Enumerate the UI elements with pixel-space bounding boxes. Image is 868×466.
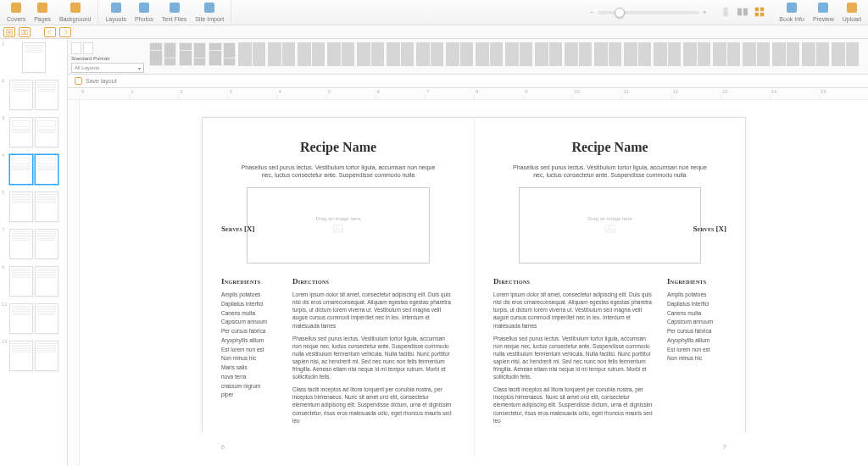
add-page-button[interactable] [3,27,15,37]
thumbnail-spread[interactable] [0,225,67,263]
zoom-slider-thumb[interactable] [615,8,625,18]
thumbnail-spread[interactable] [0,263,67,300]
layout-template[interactable] [505,42,532,66]
book-info-button[interactable]: Book Info [777,0,806,23]
layout-template[interactable] [535,42,562,66]
serves-label[interactable]: Serves [X] [221,225,255,233]
list-item[interactable]: Est lorem non est [221,346,281,354]
list-item[interactable]: Class taciti inceptos ad litora torquent… [292,386,455,424]
list-item[interactable]: Dapilatus interfici [667,300,726,308]
layout-template[interactable] [772,42,799,66]
canvas-viewport[interactable]: Recipe Name Phasellus sed purus lectus. … [68,100,868,466]
canvas[interactable]: Recipe Name Phasellus sed purus lectus. … [80,100,868,466]
image-dropzone[interactable]: Drag an image here [247,187,430,264]
list-item[interactable]: piper [221,391,281,399]
list-item[interactable]: Class taciti inceptos ad litora torquent… [493,386,655,424]
list-item[interactable]: Per cursus fabrica [221,327,281,336]
layout-template[interactable] [327,42,354,66]
spread-view-icon[interactable] [737,6,748,19]
layout-template[interactable] [209,42,236,66]
site-import-button[interactable]: Site Import [193,0,225,23]
list-item[interactable]: Non minus hic [221,354,281,363]
list-item[interactable]: Lorem ipsum dolor sit amet, consectetur … [292,291,455,329]
recipe-title[interactable]: Recipe Name [493,140,726,155]
preview-button[interactable]: Preview [811,0,836,23]
list-item[interactable]: Amplis potatoes [667,291,726,299]
list-item[interactable]: Canens multa [667,309,726,318]
list-item[interactable]: Phasellus sed purus lectus. Vestibulum t… [292,335,455,381]
layout-template[interactable] [387,42,414,66]
zoom-slider-track[interactable] [598,11,699,14]
thumbnail-spread[interactable] [0,188,67,225]
list-item[interactable]: crassum nigrum [221,382,281,391]
list-item[interactable]: Maris salis [221,363,281,372]
save-layout-checkbox[interactable] [75,77,82,85]
zoom-control[interactable]: − + [583,0,713,25]
list-item[interactable]: Aryophyllis allium [667,336,726,345]
layout-template[interactable] [565,42,592,66]
page-right[interactable]: Recipe Name Phasellus sed purus lectus. … [474,118,745,457]
list-item[interactable]: Aryophyllis allium [221,336,281,345]
list-item[interactable]: Non minus hic [667,354,726,363]
thumbnail-spread[interactable] [0,114,67,151]
list-item[interactable]: Amplis potatoes [221,291,281,299]
list-item[interactable]: Dapilatus interfici [221,300,281,308]
layout-template[interactable] [683,42,710,66]
background-button[interactable]: Background [58,0,92,23]
covers-button[interactable]: Covers [5,0,27,23]
list-item[interactable]: Phasellus sed purus lectus. Vestibulum t… [493,335,655,381]
list-item[interactable]: Canens multa [221,309,281,318]
pages-button[interactable]: Pages [32,0,53,23]
layout-selector[interactable]: All Layouts ▾ [71,63,144,73]
directions-column[interactable]: Directions Lorem ipsum dolor sit amet, c… [292,277,455,430]
directions-column[interactable]: Directions Lorem ipsum dolor sit amet, c… [493,277,655,430]
single-page-view-icon[interactable] [720,6,732,19]
text-files-button[interactable]: Text Files [160,0,189,23]
zoom-out-icon[interactable]: − [590,8,594,16]
photos-button[interactable]: Photos [133,0,155,23]
layout-template[interactable] [713,42,740,66]
zoom-in-icon[interactable]: + [703,8,707,16]
layout-template[interactable] [357,42,384,66]
layout-template[interactable] [238,42,265,66]
thumbnail-spread[interactable] [0,300,67,337]
layout-template[interactable] [179,42,206,66]
ingredients-column[interactable]: Ingredients Amplis potatoesDapilatus int… [221,277,281,430]
layout-template[interactable] [416,42,443,66]
layout-template[interactable] [446,42,473,66]
layout-template[interactable] [476,42,503,66]
grid-view-icon[interactable] [754,6,765,19]
page-left[interactable]: Recipe Name Phasellus sed purus lectus. … [203,118,474,457]
upload-button[interactable]: Upload [841,0,863,23]
layout-template[interactable] [268,42,295,66]
layout-template[interactable] [832,42,859,66]
layout-template[interactable] [743,42,770,66]
list-item[interactable]: Capsicum annuum [221,318,281,326]
list-item[interactable]: Lorem ipsum dolor sit amet, consectetur … [493,291,655,329]
layout-template[interactable] [149,42,176,66]
image-dropzone[interactable]: Drag an image here [519,187,701,264]
page-thumbnails-panel[interactable] [0,39,68,466]
undo-button[interactable] [44,27,56,37]
layout-template[interactable] [624,42,651,66]
recipe-title[interactable]: Recipe Name [221,140,455,155]
layout-templates-row[interactable] [149,41,865,74]
list-item[interactable]: Per cursus fabrica [667,327,726,336]
add-spread-button[interactable] [19,27,31,37]
layout-template[interactable] [594,42,621,66]
list-item[interactable]: nova terra [221,373,281,381]
redo-button[interactable] [59,27,71,37]
thumbnail-spread[interactable] [0,39,67,76]
save-layout-row[interactable]: Save layout [68,75,868,88]
layout-template[interactable] [298,42,325,66]
thumbnail-spread[interactable] [0,151,67,188]
list-item[interactable]: Est lorem non est [667,346,726,354]
thumbnail-spread[interactable] [0,76,67,114]
list-item[interactable]: Capsicum annuum [667,318,726,326]
ingredients-column[interactable]: Ingredients Amplis potatoesDapilatus int… [667,277,726,430]
layout-template[interactable] [654,42,681,66]
recipe-intro[interactable]: Phasellus sed purus lectus. Vestibulum t… [493,164,726,179]
layout-template[interactable] [802,42,829,66]
recipe-intro[interactable]: Phasellus sed purus lectus. Vestibulum t… [221,164,455,179]
thumbnail-spread[interactable] [0,337,67,374]
